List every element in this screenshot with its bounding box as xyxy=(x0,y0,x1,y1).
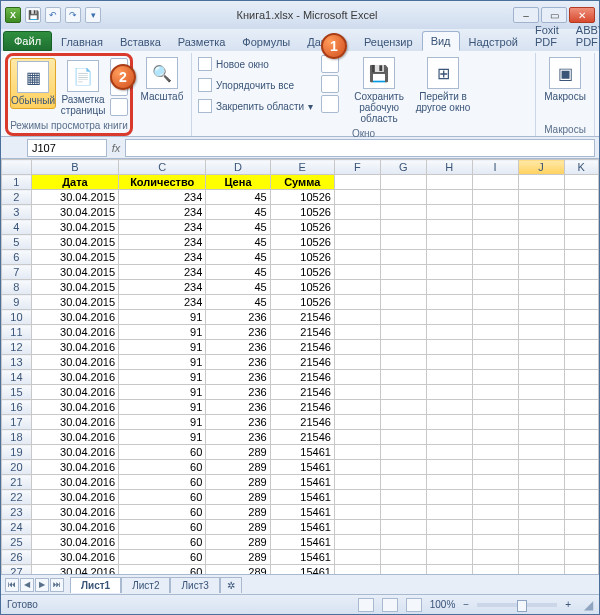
tab-home[interactable]: Главная xyxy=(53,33,111,51)
cell[interactable] xyxy=(564,565,598,575)
row-header[interactable]: 14 xyxy=(2,370,32,385)
cell[interactable] xyxy=(426,355,472,370)
cell[interactable]: 15461 xyxy=(270,460,334,475)
cell[interactable]: 30.04.2016 xyxy=(31,385,118,400)
save-icon[interactable]: 💾 xyxy=(25,7,41,23)
cell[interactable]: 30.04.2016 xyxy=(31,355,118,370)
cell[interactable]: 30.04.2016 xyxy=(31,325,118,340)
zoom-button[interactable]: 🔍 Масштаб xyxy=(139,55,185,104)
cell[interactable]: 30.04.2016 xyxy=(31,370,118,385)
cell[interactable] xyxy=(380,355,426,370)
cell[interactable]: 236 xyxy=(206,355,270,370)
row-header[interactable]: 22 xyxy=(2,490,32,505)
cell[interactable] xyxy=(564,430,598,445)
cell[interactable]: 234 xyxy=(119,190,206,205)
cell[interactable] xyxy=(334,550,380,565)
normal-view-status-icon[interactable] xyxy=(358,598,374,612)
cell[interactable]: 60 xyxy=(119,535,206,550)
cell[interactable] xyxy=(472,520,518,535)
cell[interactable]: 234 xyxy=(119,265,206,280)
cell[interactable]: 15461 xyxy=(270,535,334,550)
cell[interactable] xyxy=(564,190,598,205)
save-workspace-button[interactable]: 💾 Сохранить рабочую область xyxy=(349,55,409,126)
cell[interactable] xyxy=(334,430,380,445)
cell[interactable]: 289 xyxy=(206,550,270,565)
cell[interactable]: 21546 xyxy=(270,370,334,385)
cell[interactable] xyxy=(334,355,380,370)
col-header-F[interactable]: F xyxy=(334,160,380,175)
row-header[interactable]: 4 xyxy=(2,220,32,235)
cell[interactable] xyxy=(380,520,426,535)
cell[interactable]: 289 xyxy=(206,565,270,575)
cell[interactable] xyxy=(564,340,598,355)
cell[interactable]: 30.04.2015 xyxy=(31,295,118,310)
cell[interactable]: 91 xyxy=(119,400,206,415)
cell[interactable]: 10526 xyxy=(270,250,334,265)
cell[interactable] xyxy=(518,265,564,280)
redo-icon[interactable]: ↷ xyxy=(65,7,81,23)
cell[interactable] xyxy=(380,430,426,445)
cell[interactable]: 30.04.2016 xyxy=(31,415,118,430)
cell[interactable]: 289 xyxy=(206,505,270,520)
cell[interactable] xyxy=(380,475,426,490)
cell[interactable] xyxy=(518,175,564,190)
sheet-nav-next-icon[interactable]: ▶ xyxy=(35,578,49,592)
cell[interactable] xyxy=(472,190,518,205)
cell[interactable] xyxy=(334,310,380,325)
cell[interactable] xyxy=(380,550,426,565)
cell[interactable] xyxy=(334,385,380,400)
cell[interactable] xyxy=(380,445,426,460)
row-header[interactable]: 16 xyxy=(2,400,32,415)
cell[interactable] xyxy=(472,175,518,190)
col-header-B[interactable]: B xyxy=(31,160,118,175)
cell[interactable] xyxy=(426,295,472,310)
tab-addins[interactable]: Надстрой xyxy=(461,33,526,51)
cell[interactable] xyxy=(564,310,598,325)
col-header-H[interactable]: H xyxy=(426,160,472,175)
excel-icon[interactable]: X xyxy=(5,7,21,23)
row-header[interactable]: 20 xyxy=(2,460,32,475)
cell[interactable] xyxy=(380,385,426,400)
cell[interactable] xyxy=(518,250,564,265)
row-header[interactable]: 17 xyxy=(2,415,32,430)
cell[interactable]: Дата xyxy=(31,175,118,190)
cell[interactable] xyxy=(426,280,472,295)
cell[interactable]: 30.04.2015 xyxy=(31,250,118,265)
cell[interactable]: 30.04.2016 xyxy=(31,565,118,575)
switch-windows-button[interactable]: ⊞ Перейти в другое окно xyxy=(413,55,473,115)
cell[interactable] xyxy=(334,205,380,220)
cell[interactable] xyxy=(518,400,564,415)
cell[interactable] xyxy=(334,250,380,265)
cell[interactable]: 91 xyxy=(119,325,206,340)
cell[interactable]: 236 xyxy=(206,415,270,430)
cell[interactable]: 234 xyxy=(119,280,206,295)
cell[interactable]: 289 xyxy=(206,460,270,475)
cell[interactable] xyxy=(472,370,518,385)
name-box[interactable] xyxy=(27,139,107,157)
cell[interactable]: 45 xyxy=(206,190,270,205)
cell[interactable]: Сумма xyxy=(270,175,334,190)
cell[interactable] xyxy=(380,310,426,325)
cell[interactable] xyxy=(380,400,426,415)
cell[interactable]: 289 xyxy=(206,535,270,550)
cell[interactable] xyxy=(472,400,518,415)
tab-review[interactable]: Рецензир xyxy=(356,33,421,51)
cell[interactable] xyxy=(518,460,564,475)
cell[interactable] xyxy=(518,220,564,235)
cell[interactable] xyxy=(564,355,598,370)
cell[interactable] xyxy=(380,175,426,190)
cell[interactable]: 60 xyxy=(119,505,206,520)
cell[interactable] xyxy=(472,490,518,505)
cell[interactable] xyxy=(518,520,564,535)
cell[interactable] xyxy=(426,430,472,445)
cell[interactable]: 60 xyxy=(119,445,206,460)
cell[interactable] xyxy=(518,280,564,295)
row-header[interactable]: 25 xyxy=(2,535,32,550)
cell[interactable]: 10526 xyxy=(270,190,334,205)
cell[interactable] xyxy=(426,490,472,505)
cell[interactable] xyxy=(334,265,380,280)
cell[interactable] xyxy=(564,475,598,490)
cell[interactable] xyxy=(380,235,426,250)
cell[interactable] xyxy=(564,175,598,190)
cell[interactable]: 289 xyxy=(206,520,270,535)
